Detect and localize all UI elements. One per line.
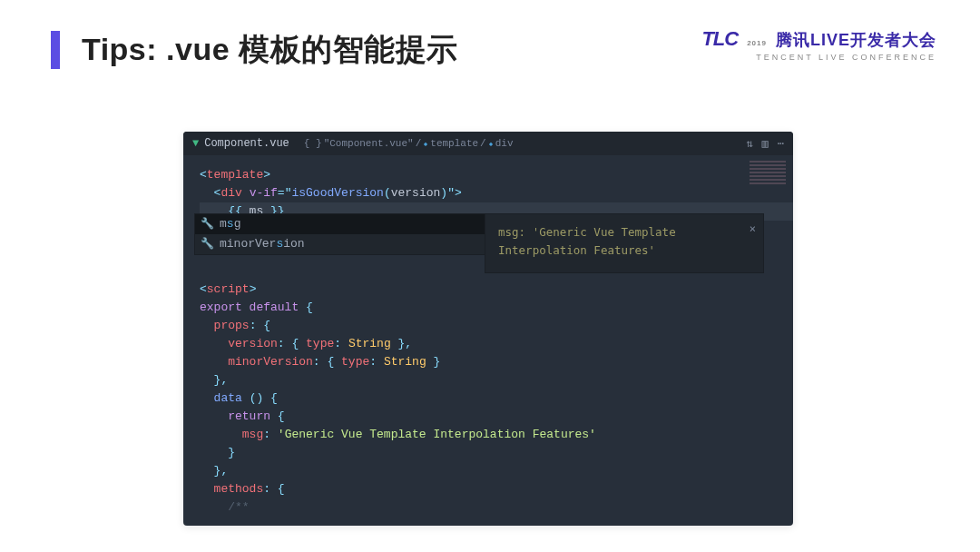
crumb-template: template [430,138,478,149]
title-accent-bar [51,31,60,69]
logo-year: 2019 [743,39,770,47]
slide: Tips: .vue 模板的智能提示 TLC 2019 腾讯LIVE开发者大会 … [0,0,980,552]
crumb-div: div [495,138,514,149]
tab-bar: ▼ Component.vue { } "Component.vue" / ⬥ … [183,132,793,155]
code-line: export default { [200,299,793,317]
tab-filename: Component.vue [204,137,289,150]
split-editor-icon[interactable]: ▥ [762,137,769,151]
tag-icon: ⬥ [423,139,428,149]
conference-logo: TLC 2019 腾讯LIVE开发者大会 TENCENT LIVE CONFER… [701,27,936,62]
wrench-icon: 🔧 [201,215,214,233]
code-line: msg: 'Generic Vue Template Interpolation… [200,426,793,444]
code-line: minorVersion: { type: String } [200,353,793,371]
close-icon[interactable]: × [750,220,756,238]
more-icon[interactable]: ⋯ [778,137,784,151]
vue-icon: ▼ [192,137,199,150]
code-line: methods: { [200,480,793,498]
file-tab[interactable]: ▼ Component.vue [183,132,299,155]
code-line: } [200,444,793,462]
code-line: <template> [200,166,793,184]
code-line: /** [200,498,793,517]
editor-panel: ▼ Component.vue { } "Component.vue" / ⬥ … [183,132,793,526]
code-area[interactable]: <template> <div v-if="isGoodVersion(vers… [183,155,793,526]
code-line: <script> [200,281,793,299]
git-compare-icon[interactable]: ⇅ [746,137,752,151]
code-line: }, [200,371,793,389]
code-line: data () { [200,389,793,408]
crumb-file: "Component.vue" [324,138,414,149]
documentation-popup: × msg: 'Generic Vue Template Interpolati… [485,213,764,273]
logo-brand: TLC [701,27,738,50]
code-line: <div v-if="isGoodVersion(version)"> [200,184,793,202]
logo-cn: 腾讯LIVE开发者大会 [776,31,936,49]
doc-text: msg: 'Generic Vue Template Interpolation… [498,225,676,257]
breadcrumb[interactable]: { } "Component.vue" / ⬥ template / ⬥ div [304,138,514,149]
code-line: props: { [200,317,793,335]
tag-icon: ⬥ [488,139,494,149]
wrench-icon: 🔧 [201,235,214,253]
code-line: return { [200,408,793,426]
code-line: }, [200,462,793,480]
code-line: version: { type: String }, [200,335,793,353]
slide-title: Tips: .vue 模板的智能提示 [82,29,458,71]
logo-en: TENCENT LIVE CONFERENCE [701,53,936,62]
